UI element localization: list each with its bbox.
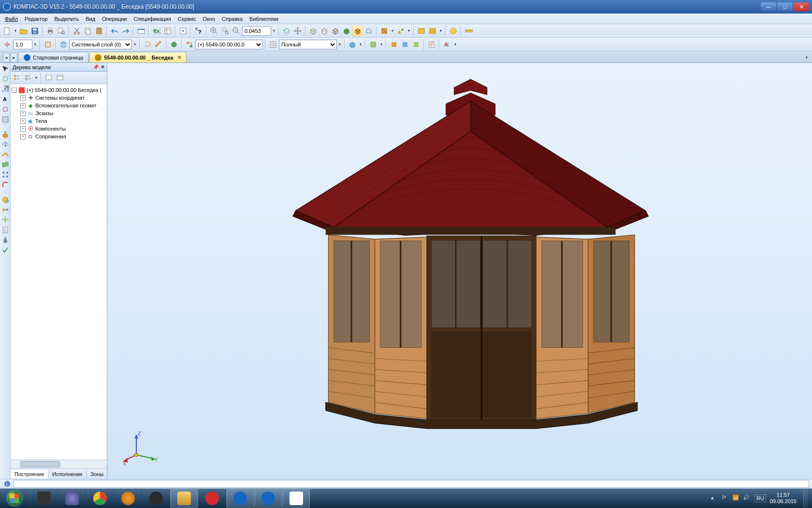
tree-view-dropdown[interactable]: ▼ <box>34 73 39 83</box>
tree-root-node[interactable]: − 🟥 (+) 5549-00.00.00.00 Беседка ( <box>12 86 106 94</box>
task-kompas-1[interactable] <box>226 489 254 508</box>
tray-volume-icon[interactable]: 🔊 <box>743 494 751 502</box>
layer-select[interactable]: Системный слой (0) <box>69 40 132 49</box>
zoom-window-button[interactable] <box>220 26 231 36</box>
check-tool[interactable] <box>0 245 10 255</box>
mate-tool[interactable] <box>0 205 10 214</box>
new-dropdown[interactable]: ▼ <box>13 26 18 36</box>
panel-close-icon[interactable]: ✕ <box>101 64 105 70</box>
task-app-2[interactable] <box>58 489 86 508</box>
surface-tool[interactable] <box>0 160 10 169</box>
tree-node-bodies[interactable]: + ◉ Тела <box>12 117 106 125</box>
rotate-button[interactable] <box>281 26 292 36</box>
tree-node-aux-geom[interactable]: + ◆ Вспомогательная геомет <box>12 102 106 109</box>
lib1-button[interactable] <box>416 26 427 36</box>
open-button[interactable] <box>18 26 29 36</box>
materials-button[interactable] <box>448 26 459 36</box>
cut-button[interactable] <box>72 26 82 36</box>
expand-icon[interactable]: + <box>20 111 26 116</box>
manager-button[interactable] <box>136 26 146 36</box>
tree-hscroll[interactable] <box>11 460 107 468</box>
shaded-edges-button[interactable] <box>352 26 363 36</box>
tab-start-page[interactable]: Стартовая страница <box>18 52 88 62</box>
copy-button[interactable] <box>83 26 93 36</box>
color1-button[interactable] <box>389 39 399 50</box>
fillet-tool[interactable] <box>0 180 10 190</box>
tree-tab-exec[interactable]: Исполнения <box>48 470 87 478</box>
tree-filter-button[interactable] <box>44 73 54 83</box>
array-tool[interactable] <box>0 170 10 179</box>
tab-close-icon[interactable]: ✕ <box>177 55 181 60</box>
expand-icon[interactable]: + <box>20 126 26 132</box>
geometry-tool[interactable] <box>0 74 10 84</box>
text-tool[interactable]: A <box>0 94 10 104</box>
tree-node-components[interactable]: + ⦿ Компоненты <box>12 125 106 133</box>
preview-button[interactable] <box>56 26 67 36</box>
revolve-tool[interactable] <box>0 139 10 149</box>
step-dropdown[interactable]: ▼ <box>33 39 38 50</box>
redo-button[interactable] <box>120 26 131 36</box>
step-input[interactable] <box>13 40 32 49</box>
fx-button[interactable]: f(x) <box>151 26 162 36</box>
tray-clock[interactable]: 11:57 09.06.2015 <box>770 492 797 504</box>
mass-tool[interactable] <box>0 235 10 245</box>
measure-button[interactable] <box>464 26 474 36</box>
tree-view2-button[interactable] <box>23 73 33 83</box>
assembly-tree-button[interactable] <box>184 39 195 50</box>
menu-help[interactable]: Справка <box>219 15 246 23</box>
task-paint[interactable] <box>282 489 310 508</box>
shaded-button[interactable] <box>341 26 352 36</box>
tray-language[interactable]: RU <box>754 494 766 502</box>
mode-button[interactable] <box>169 39 179 50</box>
pin-icon[interactable]: 📌 <box>93 64 99 70</box>
add-part-tool[interactable] <box>0 194 10 204</box>
wireframe-button[interactable] <box>308 26 319 36</box>
constraint-tool[interactable] <box>0 105 10 114</box>
expand-icon[interactable]: + <box>20 134 26 139</box>
maximize-button[interactable]: □ <box>777 2 793 11</box>
text-format-dropdown[interactable]: ▼ <box>453 39 458 50</box>
view-orient-button[interactable] <box>347 39 358 50</box>
tab-scroll-left[interactable]: ◄ <box>3 53 10 62</box>
show-desktop-button[interactable] <box>803 489 808 508</box>
tab-list-dropdown[interactable]: ▼ <box>804 52 809 62</box>
tree-settings-button[interactable] <box>55 73 65 83</box>
command-input[interactable] <box>14 480 809 488</box>
save-button[interactable] <box>29 26 40 36</box>
tree-view1-button[interactable] <box>12 73 22 83</box>
menu-select[interactable]: Выделить <box>51 15 82 23</box>
task-app-1[interactable] <box>30 489 58 508</box>
edit-tool[interactable] <box>0 64 10 74</box>
menu-spec[interactable]: Спецификация <box>131 15 174 23</box>
tree-tab-build[interactable]: Построение <box>11 470 48 478</box>
extrude-tool[interactable] <box>0 129 10 139</box>
perspective-button[interactable] <box>363 26 374 36</box>
collapse-icon[interactable]: − <box>12 88 17 93</box>
menu-file[interactable]: Файл <box>2 15 21 23</box>
section-button[interactable] <box>379 26 390 36</box>
ortho-button[interactable] <box>43 39 53 50</box>
color2-button[interactable] <box>400 39 410 50</box>
zoom-prev-button[interactable] <box>231 26 242 36</box>
prop-info-button[interactable]: i <box>3 480 12 488</box>
tab-scroll-right[interactable]: ► <box>11 53 17 62</box>
new-button[interactable] <box>2 26 13 36</box>
display-select[interactable]: Полный <box>279 40 337 49</box>
text-format-button[interactable]: А <box>442 39 452 50</box>
variables-button[interactable] <box>162 26 173 36</box>
lib-dropdown[interactable]: ▼ <box>438 26 443 36</box>
tray-show-hidden-icon[interactable]: ▴ <box>711 494 719 502</box>
menu-edit[interactable]: Редактор <box>22 15 50 23</box>
tray-flag-icon[interactable]: 🏳 <box>722 494 729 502</box>
task-explorer[interactable] <box>170 489 198 508</box>
expand-icon[interactable]: + <box>20 119 26 124</box>
task-opera[interactable] <box>198 489 226 508</box>
help-button[interactable]: ? <box>193 26 204 36</box>
zoom-dropdown[interactable]: ▼ <box>272 26 276 36</box>
assembly-select[interactable]: (+) 5549-00.00.00.0 <box>195 40 263 49</box>
snap-grid-button[interactable] <box>2 39 13 50</box>
color3-button[interactable] <box>411 39 421 50</box>
task-wmp[interactable] <box>114 489 142 508</box>
bom-tool[interactable] <box>0 225 10 235</box>
simplify-button[interactable] <box>395 26 406 36</box>
